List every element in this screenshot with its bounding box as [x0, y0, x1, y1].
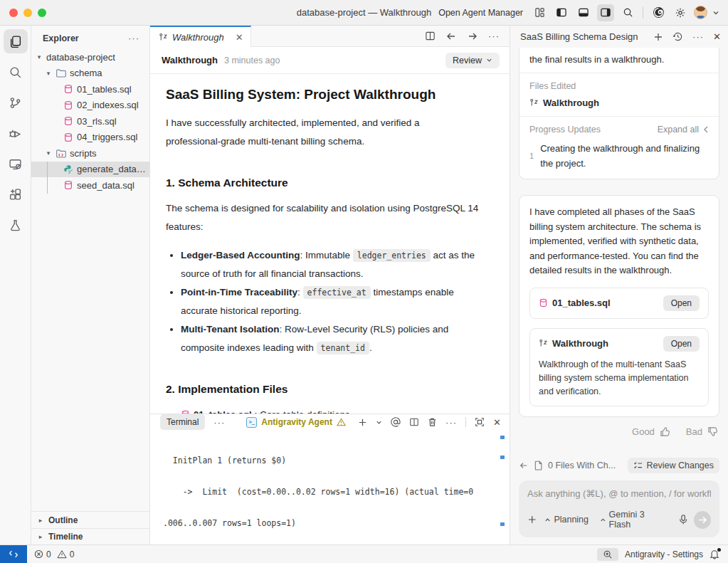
tree-item-01-tables[interactable]: 01_tables.sql: [31, 81, 149, 98]
extensions-icon[interactable]: [4, 182, 28, 206]
customize-layout-icon[interactable]: [531, 4, 548, 21]
sql-file-icon: [63, 84, 73, 94]
attach-plus-icon[interactable]: [527, 515, 537, 525]
terminal-line: .006..0.007 rows=1 loops=1): [163, 518, 510, 529]
notifications-bell-icon[interactable]: [709, 549, 719, 559]
navigate-forward-icon[interactable]: [467, 31, 478, 41]
editor-more-actions-icon[interactable]: ···: [488, 31, 500, 41]
tree-item-generate-data[interactable]: generate_data....: [31, 162, 149, 178]
thumbs-down-icon[interactable]: [707, 426, 718, 437]
tree-item-scripts-folder[interactable]: ▾ scripts: [31, 145, 149, 162]
agent-panel-more-icon[interactable]: ···: [692, 31, 704, 42]
account-avatar[interactable]: [694, 6, 707, 19]
search-sidebar-icon[interactable]: [4, 60, 28, 84]
files-edited-item[interactable]: Walkthrough: [529, 98, 709, 108]
toggle-sidebar-icon[interactable]: [553, 4, 570, 21]
remote-explorer-icon[interactable]: [4, 152, 28, 176]
account-chevron-down-icon[interactable]: [712, 9, 719, 16]
model-selector[interactable]: Gemini 3 Flash: [596, 508, 670, 531]
terminal-tab[interactable]: Terminal: [160, 414, 205, 430]
chevron-right-icon: ▸: [37, 517, 44, 524]
folder-icon: [56, 68, 66, 78]
chat-input[interactable]: Ask anything (⌘L), @ to mention, / for w…: [519, 480, 719, 537]
close-agent-panel-icon[interactable]: ✕: [713, 31, 721, 42]
close-panel-icon[interactable]: ✕: [493, 417, 501, 428]
split-editor-icon[interactable]: [425, 31, 436, 41]
zoom-indicator[interactable]: [597, 548, 618, 561]
open-walkthrough-button[interactable]: Open: [663, 336, 700, 352]
tree-item-root[interactable]: ▾ database-project: [31, 49, 149, 65]
remote-indicator[interactable]: [0, 545, 27, 563]
bad-feedback-button[interactable]: Bad: [686, 426, 702, 437]
panel-separator: [465, 417, 466, 427]
chevron-right-icon: ▸: [37, 533, 44, 540]
checklist-icon: [633, 461, 643, 470]
code-chip: tenant_id: [317, 342, 369, 354]
terminal-output[interactable]: InitPlan 1 (returns $0) -> Limit (cost=0…: [150, 430, 510, 563]
source-control-icon[interactable]: [4, 90, 28, 115]
split-terminal-icon[interactable]: [409, 417, 419, 427]
status-bar: 0 0 Antigravity - Settings: [0, 544, 728, 563]
doc-bullet: Ledger-Based Accounting: Immutable ledge…: [181, 246, 491, 283]
antigravity-logo-icon[interactable]: [650, 4, 667, 21]
mode-selector[interactable]: Planning: [541, 513, 592, 526]
arrow-left-icon[interactable]: [519, 461, 529, 470]
settings-gear-icon[interactable]: [672, 4, 689, 21]
expand-all-button[interactable]: Expand all: [658, 125, 709, 135]
walkthrough-document[interactable]: SaaS Billing System: Project Walkthrough…: [150, 74, 510, 414]
thumbs-up-icon[interactable]: [660, 426, 670, 437]
outline-section[interactable]: ▸ Outline: [31, 512, 149, 528]
new-conversation-icon[interactable]: [653, 32, 663, 42]
artifact-walkthrough[interactable]: Walkthrough Open Walkthrough of the mult…: [529, 328, 709, 406]
agent-message-card: I have completed all phases of the SaaS …: [519, 195, 719, 417]
review-changes-button[interactable]: Review Changes: [628, 458, 720, 473]
maximize-panel-icon[interactable]: [475, 417, 485, 427]
minimize-window-button[interactable]: [23, 9, 32, 17]
open-agent-manager-button[interactable]: Open Agent Manager: [438, 8, 523, 18]
settings-status-label[interactable]: Antigravity - Settings: [625, 549, 703, 559]
file-link[interactable]: 01_tables.sql: [194, 406, 252, 414]
close-tab-icon[interactable]: ✕: [236, 32, 243, 43]
tree-item-04-triggers[interactable]: 04_triggers.sql: [31, 130, 149, 146]
kill-terminal-icon[interactable]: [428, 417, 437, 427]
tree-item-02-indexes[interactable]: 02_indexes.sql: [31, 98, 149, 114]
artifact-01-tables[interactable]: 01_tables.sql Open: [529, 288, 709, 319]
zoom-window-button[interactable]: [38, 9, 46, 17]
agent-panel-scroll[interactable]: the final results in a walkthrough. File…: [510, 48, 728, 452]
run-debug-icon[interactable]: [4, 121, 28, 145]
explorer-icon[interactable]: [4, 29, 28, 53]
progress-update-item[interactable]: 1 Creating the walkthrough and finalizin…: [529, 142, 709, 171]
review-button[interactable]: Review: [445, 53, 500, 68]
explorer-more-actions-icon[interactable]: ···: [128, 33, 139, 43]
close-window-button[interactable]: [9, 9, 18, 17]
titlebar: database-project — Walkthrough Open Agen…: [0, 0, 728, 26]
timeline-section[interactable]: ▸ Timeline: [31, 528, 149, 544]
files-changed-label[interactable]: 0 Files With Ch...: [548, 461, 616, 470]
tree-item-seed-data[interactable]: seed_data.sql: [31, 177, 149, 194]
testing-flask-icon[interactable]: [4, 213, 28, 237]
tree-item-schema-folder[interactable]: ▾ schema: [31, 65, 149, 82]
problems-indicator[interactable]: 0 0: [34, 549, 74, 559]
open-file-button[interactable]: Open: [663, 295, 700, 311]
tree-item-03-rls[interactable]: 03_rls.sql: [31, 113, 149, 130]
microphone-icon[interactable]: [678, 514, 688, 525]
sql-file-icon: [63, 100, 73, 110]
sql-file-icon: [63, 180, 73, 190]
errors-icon: [34, 549, 43, 559]
toggle-panel-icon[interactable]: [575, 4, 592, 21]
terminal-instance[interactable]: >_ Antigravity Agent: [246, 417, 346, 428]
tab-walkthrough[interactable]: Walkthrough ✕: [150, 26, 251, 47]
navigate-back-icon[interactable]: [445, 31, 457, 41]
error-count: 0: [46, 549, 51, 559]
new-terminal-icon[interactable]: [358, 418, 367, 427]
agent-message: I have completed all phases of the SaaS …: [529, 205, 709, 278]
search-icon[interactable]: [619, 4, 636, 21]
good-feedback-button[interactable]: Good: [632, 426, 655, 437]
terminal-dropdown-icon[interactable]: [376, 419, 382, 426]
terminal-panel-more-icon[interactable]: ···: [445, 417, 457, 428]
history-icon[interactable]: [672, 31, 683, 42]
terminal-more-icon[interactable]: ···: [213, 417, 225, 428]
send-button[interactable]: [694, 511, 711, 529]
toggle-secondary-sidebar-icon[interactable]: [597, 4, 614, 21]
at-mention-icon[interactable]: [391, 417, 401, 427]
